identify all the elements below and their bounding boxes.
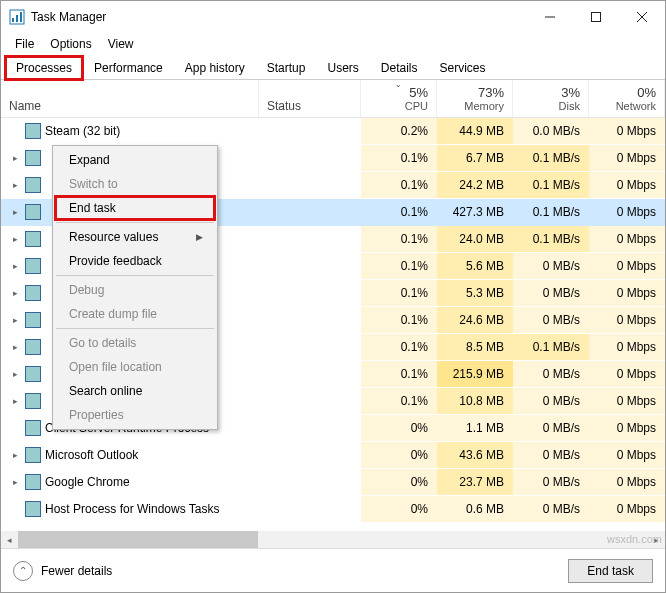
menu-item-provide-feedback[interactable]: Provide feedback: [55, 249, 215, 273]
process-icon: [25, 420, 41, 436]
tab-startup[interactable]: Startup: [256, 56, 317, 80]
expand-icon[interactable]: ▸: [9, 207, 21, 217]
horizontal-scrollbar[interactable]: ◂ ▸: [1, 531, 665, 548]
cell-status: [259, 388, 361, 414]
maximize-button[interactable]: [573, 1, 619, 33]
expand-icon[interactable]: ▸: [9, 342, 21, 352]
table-row[interactable]: Host Process for Windows Tasks0%0.6 MB0 …: [1, 496, 665, 523]
menu-separator: [56, 328, 214, 329]
cell-network: 0 Mbps: [589, 496, 665, 522]
table-row[interactable]: Steam (32 bit)0.2%44.9 MB0.0 MB/s0 Mbps: [1, 118, 665, 145]
process-icon: [25, 501, 41, 517]
cell-memory: 44.9 MB: [437, 118, 513, 144]
menu-file[interactable]: File: [7, 35, 42, 53]
svg-rect-2: [16, 15, 18, 22]
cell-network: 0 Mbps: [589, 145, 665, 171]
cell-disk: 0.1 MB/s: [513, 145, 589, 171]
scroll-thumb[interactable]: [18, 531, 258, 548]
menu-item-label: Switch to: [69, 177, 118, 191]
cell-status: [259, 442, 361, 468]
expand-icon[interactable]: ▸: [9, 450, 21, 460]
menu-options[interactable]: Options: [42, 35, 99, 53]
expand-icon[interactable]: ▸: [9, 396, 21, 406]
expand-icon[interactable]: ▸: [9, 234, 21, 244]
cell-network: 0 Mbps: [589, 469, 665, 495]
cell-disk: 0.1 MB/s: [513, 334, 589, 360]
col-cpu[interactable]: ⌄ 5% CPU: [361, 80, 437, 117]
cell-cpu: 0%: [361, 442, 437, 468]
end-task-button[interactable]: End task: [568, 559, 653, 583]
close-button[interactable]: [619, 1, 665, 33]
menu-item-expand[interactable]: Expand: [55, 148, 215, 172]
cell-cpu: 0.1%: [361, 253, 437, 279]
cell-status: [259, 361, 361, 387]
expand-icon[interactable]: ▸: [9, 261, 21, 271]
scroll-left-button[interactable]: ◂: [1, 531, 18, 548]
expand-icon[interactable]: ▸: [9, 369, 21, 379]
fewer-details-button[interactable]: ⌃ Fewer details: [13, 561, 112, 581]
process-icon: [25, 366, 41, 382]
cell-status: [259, 496, 361, 522]
cell-cpu: 0.1%: [361, 172, 437, 198]
tab-users[interactable]: Users: [316, 56, 369, 80]
col-name[interactable]: Name: [1, 80, 259, 117]
menu-item-label: Provide feedback: [69, 254, 162, 268]
cell-cpu: 0.1%: [361, 334, 437, 360]
process-icon: [25, 447, 41, 463]
expand-icon[interactable]: ▸: [9, 315, 21, 325]
watermark: wsxdn.com: [607, 533, 662, 545]
process-name: Steam (32 bit): [45, 124, 120, 138]
tab-services[interactable]: Services: [429, 56, 497, 80]
expand-icon[interactable]: ▸: [9, 288, 21, 298]
process-icon: [25, 339, 41, 355]
tab-details[interactable]: Details: [370, 56, 429, 80]
cell-status: [259, 307, 361, 333]
col-disk[interactable]: 3% Disk: [513, 80, 589, 117]
cell-cpu: 0.1%: [361, 199, 437, 225]
tab-processes[interactable]: Processes: [5, 56, 83, 80]
menu-item-end-task[interactable]: End task: [55, 196, 215, 220]
cell-status: [259, 199, 361, 225]
cell-memory: 24.6 MB: [437, 307, 513, 333]
expand-icon[interactable]: ▸: [9, 180, 21, 190]
cell-status: [259, 469, 361, 495]
cell-cpu: 0%: [361, 415, 437, 441]
cell-network: 0 Mbps: [589, 199, 665, 225]
cell-disk: 0 MB/s: [513, 280, 589, 306]
cell-memory: 8.5 MB: [437, 334, 513, 360]
col-network[interactable]: 0% Network: [589, 80, 665, 117]
tab-performance[interactable]: Performance: [83, 56, 174, 80]
menu-item-search-online[interactable]: Search online: [55, 379, 215, 403]
cell-network: 0 Mbps: [589, 442, 665, 468]
expand-icon[interactable]: ▸: [9, 153, 21, 163]
process-icon: [25, 474, 41, 490]
table-row[interactable]: ▸Microsoft Outlook0%43.6 MB0 MB/s0 Mbps: [1, 442, 665, 469]
cell-status: [259, 145, 361, 171]
menu-item-label: Search online: [69, 384, 142, 398]
cell-cpu: 0.1%: [361, 226, 437, 252]
menu-item-switch-to: Switch to: [55, 172, 215, 196]
expand-icon[interactable]: ▸: [9, 477, 21, 487]
cell-disk: 0 MB/s: [513, 253, 589, 279]
cell-network: 0 Mbps: [589, 280, 665, 306]
menu-view[interactable]: View: [100, 35, 142, 53]
cell-status: [259, 172, 361, 198]
menu-item-label: Resource values: [69, 230, 158, 244]
process-icon: [25, 231, 41, 247]
tab-app-history[interactable]: App history: [174, 56, 256, 80]
cell-network: 0 Mbps: [589, 388, 665, 414]
cell-cpu: 0.1%: [361, 388, 437, 414]
table-row[interactable]: ▸Google Chrome0%23.7 MB0 MB/s0 Mbps: [1, 469, 665, 496]
menu-item-properties: Properties: [55, 403, 215, 427]
svg-rect-3: [20, 12, 22, 22]
column-headers: Name Status ⌄ 5% CPU 73% Memory 3% Disk …: [1, 80, 665, 118]
minimize-button[interactable]: [527, 1, 573, 33]
cell-status: [259, 334, 361, 360]
process-icon: [25, 204, 41, 220]
cell-disk: 0.1 MB/s: [513, 226, 589, 252]
col-memory[interactable]: 73% Memory: [437, 80, 513, 117]
menu-item-resource-values[interactable]: Resource values▶: [55, 225, 215, 249]
col-status[interactable]: Status: [259, 80, 361, 117]
cell-cpu: 0.1%: [361, 145, 437, 171]
process-name: Google Chrome: [45, 475, 130, 489]
